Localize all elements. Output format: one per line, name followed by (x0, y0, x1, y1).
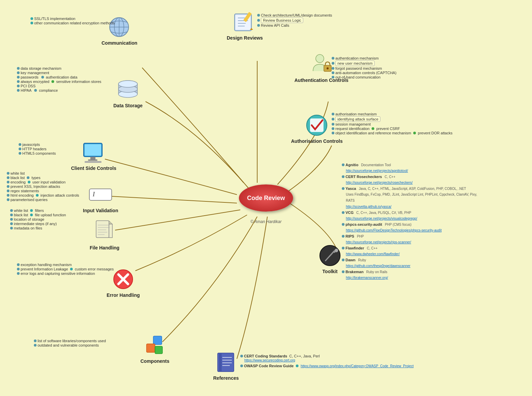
auth2-box1: identifying attack surface (335, 116, 380, 122)
branch-datastorage: Data Storage (113, 78, 142, 108)
svg-rect-31 (109, 224, 112, 238)
auth-leaves: authentication mechanism new user mechan… (332, 56, 396, 80)
bullet-icon (7, 190, 9, 192)
datastorage-icon (116, 78, 140, 102)
bullet-icon (17, 272, 20, 275)
filehandling-icon (93, 220, 116, 244)
bullet-icon (30, 22, 33, 24)
input-label: Input Validation (83, 208, 118, 213)
bullet-icon (332, 57, 334, 60)
svg-rect-26 (85, 161, 102, 163)
bullet-icon (342, 211, 345, 214)
svg-rect-42 (155, 346, 162, 354)
branch-toolkit: Toolkit (318, 244, 342, 274)
bullet-icon (7, 185, 9, 188)
branch-clientside: Client Side Controls (71, 140, 116, 171)
references-leaves: CERT Coding Standards C, C++, Java, Perl… (240, 354, 414, 368)
errorhandling-label: Error Handling (107, 292, 140, 298)
svg-point-14 (327, 67, 329, 69)
references-icon (214, 350, 238, 374)
bullet-icon (342, 163, 345, 166)
bullet-icon (17, 80, 20, 83)
bullet-icon (7, 194, 9, 197)
bullet-icon (342, 270, 345, 273)
branch-input: I Input Validation (83, 183, 118, 213)
branch-components: Components (140, 333, 170, 364)
bullet-icon (332, 113, 334, 115)
toolkit-label: Toolkit (323, 269, 338, 274)
design-leaf-box: Review Business Logic (261, 18, 303, 23)
bullet-icon (19, 152, 21, 155)
design-icon (233, 10, 257, 34)
svg-rect-44 (219, 353, 222, 372)
bullet-icon (342, 259, 345, 261)
svg-marker-30 (109, 221, 112, 224)
toolkit-icon (318, 244, 342, 267)
bullet-icon (332, 132, 334, 134)
bullet-icon (413, 132, 416, 134)
svg-rect-23 (85, 144, 101, 156)
svg-rect-29 (96, 221, 109, 238)
bullet-icon (332, 67, 334, 70)
references-label: References (213, 375, 239, 381)
filehandling-leaves: white list filters black list file uploa… (10, 208, 66, 230)
bullet-icon (19, 148, 21, 150)
bullet-icon (342, 175, 345, 178)
bullet-icon (7, 172, 9, 175)
bullet-icon (342, 235, 345, 238)
center-node: Code Review (239, 184, 293, 212)
bullet-icon (10, 227, 13, 229)
bullet-icon (332, 76, 334, 79)
bullet-icon (30, 17, 33, 20)
datastorage-label: Data Storage (113, 103, 142, 108)
bullet-icon (34, 339, 37, 342)
bullet-icon (10, 214, 13, 216)
toolkit-leaves: Agnitio Documentation Tool http://source… (342, 162, 481, 282)
design-leaves: Check architecture/UML/design documents … (257, 13, 332, 28)
bullet-icon (7, 198, 9, 201)
bullet-icon (332, 127, 334, 130)
svg-rect-25 (88, 159, 97, 161)
mind-map: Code Review © Aman Hardikar Communicatio… (0, 0, 532, 396)
branch-references: References (213, 350, 239, 381)
bullet-icon (372, 127, 374, 130)
filehandling-label: File Handling (90, 245, 119, 250)
bullet-icon (17, 67, 20, 70)
input-icon: I (89, 183, 112, 206)
errorhandling-leaves: exception handling mechanism prevent Inf… (17, 262, 114, 276)
auth2-leaves: authorisation mechanism identifying atta… (332, 112, 452, 135)
bullet-icon (19, 143, 21, 146)
auth2-label: Authorisation Controls (291, 138, 342, 144)
bullet-icon (240, 365, 243, 367)
branch-filehandling: File Handling (90, 220, 119, 250)
bullet-icon (30, 209, 33, 212)
bullet-icon (257, 19, 260, 22)
bullet-icon (17, 76, 20, 79)
bullet-icon (70, 268, 73, 270)
bullet-icon (10, 209, 13, 212)
bullet-icon (332, 62, 334, 65)
datastorage-leaves: data storage mechanism key management pa… (17, 66, 101, 93)
bullet-icon (257, 24, 260, 27)
bullet-icon (332, 118, 334, 120)
bullet-icon (10, 218, 13, 221)
bullet-icon (257, 14, 260, 17)
bullet-icon (34, 344, 37, 347)
bullet-icon (332, 123, 334, 126)
communication-label: Communication (102, 40, 137, 46)
comm-leaf-1: SSL/TLS implementation other communicati… (30, 16, 115, 25)
clientside-label: Client Side Controls (71, 166, 116, 171)
svg-rect-41 (147, 344, 155, 352)
design-label: Design Reviews (227, 35, 263, 41)
bullet-icon (296, 365, 298, 367)
clientside-icon (82, 140, 106, 164)
bullet-icon (17, 85, 20, 87)
bullet-icon (332, 71, 334, 74)
input-leaves: white list black list types encoding use… (7, 171, 79, 202)
bullet-icon (342, 187, 345, 190)
bullet-icon (240, 355, 243, 357)
svg-point-12 (316, 54, 324, 63)
bullet-icon (36, 194, 39, 197)
bullet-icon (17, 263, 20, 266)
bullet-icon (34, 89, 37, 92)
